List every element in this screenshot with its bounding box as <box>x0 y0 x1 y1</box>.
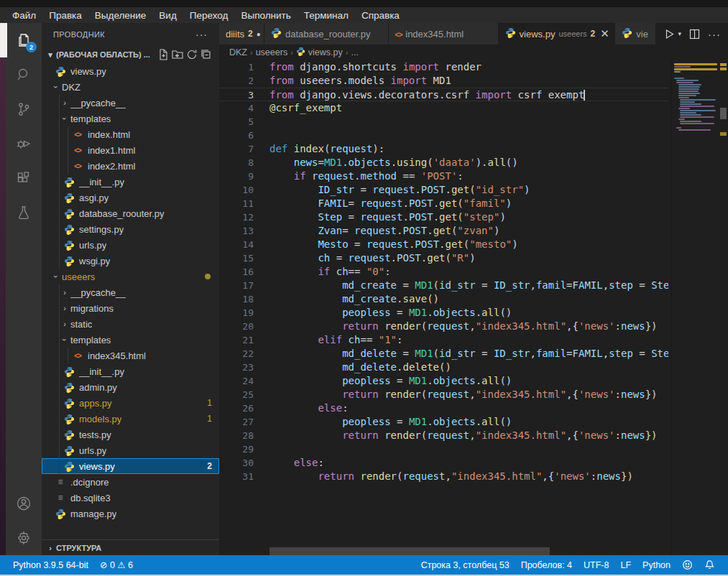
tree-file-views-py[interactable]: views.py <box>42 63 219 79</box>
horizontal-scrollbar[interactable] <box>269 547 550 555</box>
tab-diiits[interactable]: diiits2● <box>219 23 264 45</box>
line-number: 26 <box>219 401 269 415</box>
extensions-icon[interactable] <box>6 161 42 195</box>
tab-views-py[interactable]: views.pyuseeers2✕ <box>499 23 616 45</box>
tree-file-db-sqlite3[interactable]: ≡db.sqlite3 <box>42 490 219 506</box>
tree-file--init-py[interactable]: __init__.py <box>42 363 219 379</box>
tree-folder-useeers[interactable]: ›useeers <box>42 269 219 284</box>
tree-folder-static[interactable]: ›static <box>42 316 219 332</box>
collapse-all-icon[interactable] <box>201 49 212 60</box>
menu-item-7[interactable]: Терминал <box>298 9 355 22</box>
split-editor-icon[interactable] <box>688 28 701 40</box>
workspace-section-header[interactable]: ▾ (РАБОЧАЯ ОБЛАСТЬ) ... <box>42 46 219 63</box>
explorer-icon[interactable]: 2 <box>6 23 42 57</box>
bell-icon[interactable] <box>699 555 721 575</box>
menu-item-8[interactable]: Справка <box>355 9 406 22</box>
menu-item-5[interactable]: Переход <box>183 9 235 22</box>
breadcrumb-item-useeers[interactable]: useeers <box>256 47 287 57</box>
status-indentation[interactable]: Пробелов: 4 <box>515 555 578 575</box>
indent-guide <box>59 158 60 174</box>
tree-folder--pycache-[interactable]: ›__pycache__ <box>42 284 219 300</box>
run-debug-icon[interactable] <box>6 126 42 161</box>
tree-file-wsgi-py[interactable]: wsgi.py <box>42 253 219 269</box>
menu-item-6[interactable]: Выполнить <box>234 9 297 22</box>
tree-folder-migrations[interactable]: ›migrations <box>42 300 219 316</box>
menu-item-3[interactable]: Выделение <box>88 9 153 22</box>
tree-file--dcignore[interactable]: ≡.dcignore <box>42 474 219 490</box>
tree-item-label: index2.html <box>88 161 135 172</box>
new-folder-icon[interactable] <box>172 49 183 60</box>
menu-item-4[interactable]: Вид <box>152 9 183 22</box>
line-number: 5 <box>219 115 269 129</box>
code-line-30: 30 else: <box>219 456 668 470</box>
ruler-scroll-mark <box>720 108 727 119</box>
html-file-icon: <> <box>72 129 83 140</box>
menu-item-2[interactable]: Правка <box>42 9 88 22</box>
tree-file-views-py[interactable]: views.py2 <box>42 458 219 474</box>
run-dropdown-icon[interactable]: ▾ <box>678 30 681 37</box>
editor-actions: ▾··· <box>656 23 728 45</box>
tree-file-apps-py[interactable]: apps.py1 <box>42 395 219 411</box>
testing-icon[interactable] <box>6 195 42 230</box>
tab-vie[interactable]: vie <box>615 23 656 45</box>
tree-file-urls-py[interactable]: urls.py <box>42 442 219 458</box>
chevron-down-icon: › <box>52 271 60 282</box>
new-file-icon[interactable] <box>157 49 169 60</box>
indent-guide <box>59 142 60 158</box>
breadcrumb-item--[interactable]: ... <box>351 47 358 57</box>
run-file-icon[interactable] <box>663 28 676 40</box>
menu-item-1[interactable]: Файл <box>6 9 42 22</box>
tree-file-manage-py[interactable]: manage.py <box>42 506 219 521</box>
tree-file-index-html[interactable]: <>index.html <box>42 126 219 142</box>
more-actions-icon[interactable]: ··· <box>708 28 721 40</box>
tree-file-models-py[interactable]: models.py1 <box>42 411 219 427</box>
breadcrumb-item-views-py[interactable]: views.py <box>308 47 343 57</box>
tree-file-index2-html[interactable]: <>index2.html <box>42 158 219 174</box>
tab-database-roouter-py[interactable]: database_roouter.py <box>264 23 389 45</box>
line-number: 13 <box>219 224 269 238</box>
python-file-icon <box>63 255 75 266</box>
refresh-icon[interactable] <box>186 49 198 60</box>
tree-file-urls-py[interactable]: urls.py <box>42 237 219 253</box>
tree-file--init-py[interactable]: __init__.py <box>42 174 219 190</box>
outline-section-header[interactable]: › СТРУКТУРА <box>42 539 219 555</box>
tree-file-tests-py[interactable]: tests.py <box>42 427 219 442</box>
code-editor[interactable]: 1from django.shortcuts import render2fro… <box>219 60 668 555</box>
feedback-smiley-icon[interactable] <box>676 555 699 575</box>
explorer-more-actions-icon[interactable]: ··· <box>195 29 208 40</box>
tree-file-admin-py[interactable]: admin.py <box>42 379 219 395</box>
status-problems[interactable]: ⊘ 0 ⚠ 6 <box>94 555 139 575</box>
tree-folder-templates[interactable]: ›templates <box>42 332 219 348</box>
tab-index345-html[interactable]: <>index345.html <box>389 23 499 45</box>
modified-dot-icon: ● <box>257 30 261 38</box>
close-icon[interactable]: ✕ <box>600 27 609 40</box>
status-language-mode[interactable]: Python <box>637 555 676 575</box>
tree-folder--pycache-[interactable]: ›__pycache__ <box>42 95 219 111</box>
line-number: 23 <box>219 361 269 374</box>
source-control-icon[interactable] <box>6 92 42 126</box>
explorer-badge: 2 <box>26 42 37 52</box>
code-line-text <box>269 115 668 129</box>
tab-label: vie <box>636 29 648 40</box>
tab-bar: diiits2●database_roouter.py<>index345.ht… <box>219 23 728 45</box>
settings-icon[interactable] <box>6 521 42 555</box>
status-cursor-position[interactable]: Строка 3, столбец 53 <box>415 555 515 575</box>
minimap[interactable] <box>671 60 719 555</box>
account-icon[interactable] <box>6 486 42 521</box>
chevron-right-icon: › <box>59 98 70 107</box>
tree-file-index345-html[interactable]: <>index345.html <box>42 348 219 363</box>
tree-folder-templates[interactable]: ›templates <box>42 111 219 126</box>
search-icon[interactable] <box>6 57 42 92</box>
tree-file-settings-py[interactable]: settings.py <box>42 221 219 237</box>
breadcrumb-item-dkz[interactable]: DKZ <box>229 47 247 57</box>
status-encoding[interactable]: UTF-8 <box>578 555 614 575</box>
code-line-text: return render(request,"index345.html",{'… <box>269 388 668 401</box>
tree-file-index1-html[interactable]: <>index1.html <box>42 142 219 158</box>
status-eol[interactable]: LF <box>614 555 637 575</box>
tree-item-label: useeers <box>62 271 95 282</box>
minimap-line <box>680 123 714 124</box>
tree-file-database-roouter-py[interactable]: database_roouter.py <box>42 205 219 221</box>
status-python-version[interactable]: Python 3.9.5 64-bit <box>7 555 94 575</box>
tree-folder-dkz[interactable]: ›DKZ <box>42 79 219 95</box>
tree-file-asgi-py[interactable]: asgi.py <box>42 190 219 205</box>
